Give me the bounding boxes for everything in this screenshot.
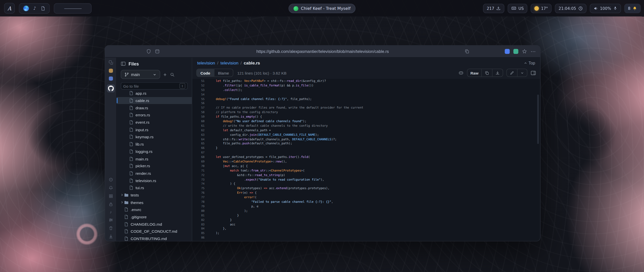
line-number[interactable]: 55 bbox=[192, 97, 209, 101]
workspace-browser-icon[interactable] bbox=[23, 6, 29, 11]
line-number[interactable]: 65 bbox=[192, 142, 209, 146]
tabs-overview-icon[interactable] bbox=[108, 60, 113, 65]
audio-widget[interactable]: 100% bbox=[590, 4, 621, 13]
line-number[interactable]: 61 bbox=[192, 124, 209, 128]
line-number[interactable]: 54 bbox=[192, 92, 209, 97]
line-number[interactable]: 82 bbox=[192, 218, 209, 222]
collapse-sidebar-icon[interactable] bbox=[121, 61, 126, 66]
tree-item-themes[interactable]: themes bbox=[117, 199, 192, 206]
tree-item-draw.rs[interactable]: draw.rs bbox=[117, 104, 192, 112]
line-number[interactable]: 81 bbox=[192, 213, 209, 218]
sliders-icon[interactable] bbox=[108, 218, 113, 223]
line-number[interactable]: 84 bbox=[192, 227, 209, 231]
extension-blue-icon[interactable] bbox=[505, 49, 510, 54]
go-to-file-input[interactable]: Go to file t bbox=[121, 82, 188, 90]
tree-item-CONTRIBUTING.md[interactable]: CONTRIBUTING.md bbox=[117, 235, 192, 241]
line-number[interactable]: 59 bbox=[192, 115, 209, 119]
line-number[interactable]: 69 bbox=[192, 160, 209, 164]
line-number[interactable]: 76 bbox=[192, 191, 209, 195]
line-number[interactable]: 78 bbox=[192, 200, 209, 205]
weather-widget[interactable]: 17° bbox=[531, 4, 552, 13]
target-icon[interactable] bbox=[108, 177, 113, 182]
tree-item-app.rs[interactable]: app.rs bbox=[117, 90, 192, 97]
grid-icon[interactable] bbox=[108, 194, 113, 199]
trash-icon[interactable] bbox=[108, 226, 113, 231]
copy-link-icon[interactable] bbox=[465, 49, 470, 54]
line-number[interactable]: 53 bbox=[192, 88, 209, 92]
line-number[interactable]: 74 bbox=[192, 182, 209, 186]
tree-item-CODE_OF_CONDUCT.md[interactable]: CODE_OF_CONDUCT.md bbox=[117, 228, 192, 235]
tree-item-main.rs[interactable]: main.rs bbox=[117, 155, 192, 162]
line-number[interactable]: 56 bbox=[192, 101, 209, 106]
line-number[interactable]: 85 bbox=[192, 231, 209, 236]
line-number[interactable]: 60 bbox=[192, 119, 209, 124]
pinned-tab-favicon-1[interactable] bbox=[109, 69, 113, 73]
workspace-files-icon[interactable] bbox=[41, 6, 45, 11]
tree-item-CHANGELOG.md[interactable]: CHANGELOG.md bbox=[117, 221, 192, 228]
line-number[interactable]: 62 bbox=[192, 128, 209, 133]
add-file-button[interactable]: + bbox=[164, 72, 167, 77]
tree-item-television.rs[interactable]: television.rs bbox=[117, 177, 192, 184]
tree-item-lib.rs[interactable]: lib.rs bbox=[117, 141, 192, 148]
line-number[interactable]: 64 bbox=[192, 137, 209, 142]
line-number[interactable]: 72 bbox=[192, 173, 209, 178]
bookmark-star-icon[interactable] bbox=[522, 49, 527, 54]
notifications-widget[interactable]: 8 bbox=[624, 4, 641, 13]
line-number[interactable]: 73 bbox=[192, 178, 209, 182]
tree-item-render.rs[interactable]: render.rs bbox=[117, 170, 192, 177]
back-to-top-link[interactable]: Top bbox=[524, 61, 535, 65]
symbols-panel-icon[interactable] bbox=[531, 70, 536, 75]
tree-item-.envrc[interactable]: .envrc bbox=[117, 206, 192, 213]
app-launcher-button[interactable]: A bbox=[4, 3, 15, 13]
line-number[interactable]: 75 bbox=[192, 186, 209, 191]
tree-item-cable.rs[interactable]: cable.rs bbox=[117, 97, 192, 104]
keyboard-layout-widget[interactable]: US bbox=[508, 4, 527, 13]
edit-options-button[interactable] bbox=[517, 69, 527, 76]
search-files-button[interactable] bbox=[170, 72, 174, 77]
line-number[interactable]: 86 bbox=[192, 236, 209, 240]
line-number[interactable]: 83 bbox=[192, 222, 209, 227]
tab-github-favicon[interactable] bbox=[107, 84, 115, 93]
line-number[interactable]: 66 bbox=[192, 146, 209, 151]
tab-blame[interactable]: Blame bbox=[214, 69, 233, 76]
line-number[interactable]: 70 bbox=[192, 164, 209, 168]
breadcrumb-dir-link[interactable]: television bbox=[220, 60, 238, 65]
branch-selector-button[interactable]: main bbox=[121, 70, 160, 79]
shield-icon[interactable] bbox=[146, 49, 151, 54]
line-number[interactable]: 80 bbox=[192, 209, 209, 213]
line-number[interactable]: 79 bbox=[192, 204, 209, 209]
raw-button[interactable]: Raw bbox=[468, 69, 481, 76]
tree-item-event.rs[interactable]: event.rs bbox=[117, 119, 192, 126]
line-number[interactable]: 52 bbox=[192, 83, 209, 88]
tree-item-tui.rs[interactable]: tui.rs bbox=[117, 184, 192, 191]
download-file-button[interactable] bbox=[492, 69, 503, 76]
line-number[interactable]: 57 bbox=[192, 106, 209, 110]
container-icon[interactable] bbox=[155, 49, 160, 54]
clock-widget[interactable]: 21:04:05 bbox=[555, 4, 586, 13]
line-number[interactable]: 67 bbox=[192, 151, 209, 155]
music-note-icon[interactable]: ♪ bbox=[110, 210, 112, 214]
edit-file-button[interactable] bbox=[507, 69, 517, 76]
line-number[interactable]: 77 bbox=[192, 195, 209, 200]
downloads-icon[interactable] bbox=[108, 234, 113, 239]
tree-item-picker.rs[interactable]: picker.rs bbox=[117, 162, 192, 170]
bell-outline-icon[interactable] bbox=[108, 185, 113, 190]
tree-item-input.rs[interactable]: input.rs bbox=[117, 126, 192, 133]
tree-item-errors.rs[interactable]: errors.rs bbox=[117, 112, 192, 119]
scrollbar-thumb[interactable] bbox=[537, 95, 539, 144]
tree-item-logging.rs[interactable]: logging.rs bbox=[117, 148, 192, 155]
copilot-icon[interactable] bbox=[459, 70, 464, 75]
extension-green-icon[interactable] bbox=[513, 49, 518, 54]
workspace-music-icon[interactable]: ♪ bbox=[33, 6, 36, 11]
tree-item-.gitignore[interactable]: .gitignore bbox=[117, 213, 192, 221]
menu-dots-icon[interactable]: ⋯ bbox=[531, 49, 536, 54]
line-number[interactable]: 51 bbox=[192, 79, 209, 83]
tab-code[interactable]: Code bbox=[197, 69, 214, 76]
line-number[interactable]: 58 bbox=[192, 110, 209, 115]
url-bar[interactable]: https://github.com/alexpasmantier/televi… bbox=[256, 49, 389, 54]
tree-item-tests[interactable]: tests bbox=[117, 191, 192, 199]
media-player-widget[interactable]: Chief Keef - Treat Myself bbox=[289, 4, 355, 13]
line-number[interactable]: 68 bbox=[192, 155, 209, 160]
line-number[interactable]: 63 bbox=[192, 133, 209, 137]
tree-item-keymap.rs[interactable]: keymap.rs bbox=[117, 133, 192, 141]
